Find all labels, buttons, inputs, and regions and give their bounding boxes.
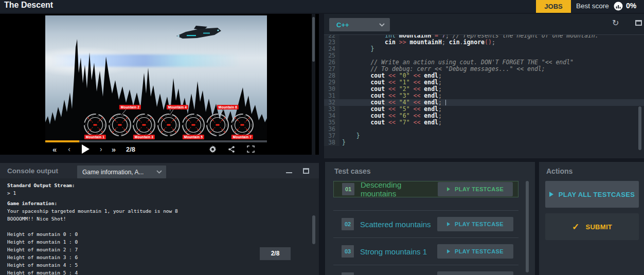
text-cursor — [445, 100, 446, 105]
test-cases-title: Test cases — [334, 167, 371, 175]
console-line: Standard Output Stream: — [7, 181, 319, 189]
frame-counter: 2/8 — [126, 145, 135, 153]
scene-graphics — [45, 15, 267, 140]
play-testcase-button[interactable]: PLAY TESTCASE — [438, 182, 513, 196]
app-window: The Descent JOBS Best score 0% — [0, 0, 644, 275]
play-icon — [447, 249, 450, 253]
editor-maximize-icon[interactable] — [635, 20, 642, 26]
share-icon[interactable] — [228, 145, 236, 153]
code-line: 24 } — [324, 46, 644, 52]
testcase-row[interactable]: 02Scattered mountainsPLAY TESTCASE — [325, 211, 527, 237]
console-line: Your spaceship targeted mountain 1, your… — [7, 207, 319, 215]
game-viewer-panel: Mountain 1Mountain 2Mountain 3Mountain 4… — [0, 14, 319, 155]
mountain-label: Mountain 5 — [183, 135, 204, 139]
console-maximize-icon[interactable] — [303, 168, 309, 174]
jobs-button[interactable]: JOBS — [536, 0, 571, 13]
submit-button[interactable]: ✓ SUBMIT — [545, 213, 639, 240]
testcases-scrollbar[interactable] — [526, 181, 529, 275]
settings-gear-icon[interactable] — [209, 145, 217, 153]
mountain-label: Mountain 1 — [84, 135, 106, 139]
mountain-label: Mountain 6 — [217, 105, 239, 109]
target-reticle — [231, 114, 253, 136]
play-icon — [549, 192, 553, 197]
testcase-number — [342, 272, 354, 275]
console-line — [7, 223, 319, 230]
play-icon — [447, 187, 450, 191]
actions-panel: Actions PLAY ALL TESTCASES ✓ SUBMIT — [539, 162, 644, 275]
language-select[interactable]: C++ — [329, 18, 390, 31]
target-reticle — [207, 114, 228, 136]
console-line: Height of mountain 1 : 0 — [7, 238, 319, 246]
code-editor-panel: C++ ↻ 22 int mountainH = 7; // represent… — [324, 14, 644, 158]
game-scene: Mountain 1Mountain 2Mountain 3Mountain 4… — [45, 15, 267, 140]
top-bar: The Descent JOBS Best score 0% — [0, 0, 644, 13]
best-score-label: Best score — [576, 2, 609, 10]
console-scrollbar[interactable] — [312, 199, 315, 275]
testcase-row[interactable]: 03Strong mountains 1PLAY TESTCASE — [325, 238, 527, 265]
testcase-name: Strong mountains 1 — [360, 247, 427, 256]
test-cases-panel: Test cases 01Descending mountainsPLAY TE… — [325, 162, 535, 275]
testcase-row[interactable]: PLAY TESTCASE — [325, 265, 527, 275]
mountain-label: Mountain 7 — [231, 135, 253, 139]
editor-scrollbar[interactable] — [638, 106, 641, 150]
page-title: The Descent — [4, 1, 53, 10]
check-icon: ✓ — [572, 222, 580, 232]
editor-header: C++ ↻ — [324, 14, 644, 35]
console-line: BOOOOMM!! Nice Shot! — [7, 215, 319, 223]
console-line: Height of mountain 4 : 5 — [7, 261, 319, 269]
console-output-panel: Console output Game information, A... St… — [0, 163, 319, 275]
play-all-testcases-button[interactable]: PLAY ALL TESTCASES — [545, 181, 639, 208]
console-line: Game information: — [7, 199, 319, 207]
actions-title: Actions — [546, 167, 573, 175]
code-line: 38} — [324, 139, 644, 146]
testcase-name: Descending mountains — [361, 180, 438, 198]
play-testcase-button[interactable]: PLAY TESTCASE — [437, 244, 513, 259]
testcase-name: Scattered mountains — [360, 220, 431, 229]
best-score-value: 0% — [626, 2, 636, 10]
play-button[interactable] — [82, 144, 90, 154]
target-reticle — [84, 114, 106, 136]
viewer-scrollbar[interactable] — [312, 14, 315, 155]
spaceship — [176, 26, 221, 39]
console-minimize-icon[interactable] — [286, 172, 292, 173]
code-editor[interactable]: 22 int mountainH = 7; // represents the … — [324, 35, 644, 158]
play-testcase-button[interactable]: PLAY TESTCASE — [437, 217, 513, 231]
console-body: Standard Output Stream:> 1Game informati… — [0, 178, 319, 275]
next-frame-button[interactable]: › — [100, 145, 102, 153]
console-frame-badge: 2/8 — [260, 247, 291, 260]
target-reticle — [109, 114, 131, 136]
score-chart-icon — [614, 2, 623, 11]
testcase-row[interactable]: 01Descending mountainsPLAY TESTCASE — [333, 181, 518, 197]
mountain-label: Mountain 2 — [119, 105, 141, 109]
target-reticle — [158, 114, 180, 136]
testcase-number: 02 — [342, 218, 354, 230]
play-testcase-button[interactable]: PLAY TESTCASE — [437, 271, 513, 275]
chevron-down-icon — [156, 170, 162, 174]
playback-progress-bar[interactable] — [45, 140, 267, 142]
fast-forward-button[interactable]: » — [112, 145, 116, 154]
play-icon — [447, 222, 450, 226]
console-filter-value: Game information, A... — [82, 169, 144, 176]
mountain-label: Mountain 3 — [133, 135, 155, 139]
target-reticle — [133, 114, 155, 136]
console-line: Height of mountain 0 : 0 — [7, 230, 319, 238]
chevron-down-icon — [379, 23, 385, 27]
language-label: C++ — [336, 21, 349, 29]
fullscreen-icon[interactable] — [247, 145, 255, 153]
reload-icon[interactable]: ↻ — [612, 18, 619, 28]
console-title: Console output — [7, 167, 58, 175]
previous-frame-button[interactable]: ‹ — [68, 145, 70, 153]
console-filter-select[interactable]: Game information, A... — [77, 166, 166, 178]
console-line: Height of mountain 5 : 4 — [7, 269, 319, 275]
target-reticle — [183, 114, 204, 136]
progress-fill — [45, 140, 79, 142]
code-line: 35 cout << "7" << endl; — [324, 119, 644, 126]
playback-controls: « ‹ › » 2/8 — [45, 143, 267, 155]
testcase-number: 03 — [342, 245, 354, 258]
console-line: > 1 — [7, 189, 319, 197]
code-line: 36 — [324, 126, 644, 133]
code-line: 37 } — [324, 133, 644, 139]
rewind-button[interactable]: « — [52, 145, 57, 154]
mountains-silhouette — [45, 39, 267, 140]
testcase-number: 01 — [342, 183, 354, 195]
